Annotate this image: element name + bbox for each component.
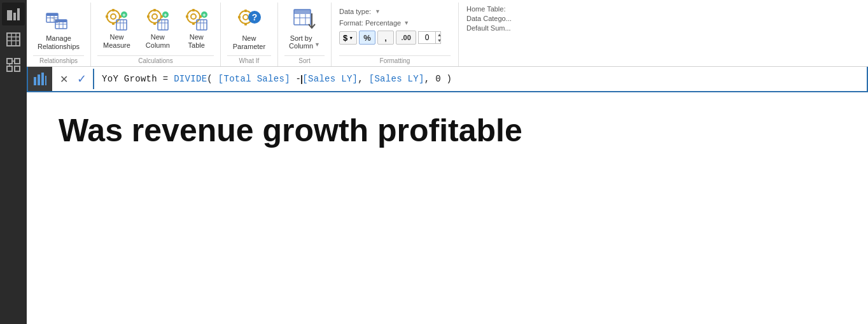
formula-actions: ✕ ✓: [52, 73, 93, 85]
formula-comma2: ,: [424, 74, 435, 84]
comma-button[interactable]: ,: [377, 31, 394, 45]
new-measure-button[interactable]: + New Measure: [97, 5, 136, 53]
svg-rect-51: [192, 9, 195, 11]
svg-rect-1: [13, 13, 16, 20]
decimal-input[interactable]: [419, 32, 435, 43]
new-measure-label: New Measure: [103, 33, 130, 50]
new-table-icon: +: [185, 8, 208, 31]
default-sum-row: Default Sum...: [466, 24, 540, 32]
calculations-group-label: Calculations: [97, 55, 214, 66]
formula-text-area[interactable]: YoY Growth = DIVIDE( [Total Sales] -[Sal…: [93, 69, 867, 89]
formula-arg3: [Sales LY]: [369, 74, 424, 84]
svg-text:+: +: [202, 12, 206, 18]
canvas-title: Was revenue growth profitable: [59, 111, 522, 150]
manage-relationships-icon: [46, 8, 71, 32]
cancel-formula-button[interactable]: ✕: [57, 73, 70, 85]
svg-rect-65: [238, 16, 241, 18]
svg-rect-41: [147, 15, 150, 18]
sort-group-label: Sort: [284, 55, 325, 66]
whatif-group-label: What If: [227, 55, 271, 66]
data-category-row: Data Catego...: [466, 15, 540, 22]
canvas-area: Was revenue growth profitable: [27, 92, 868, 324]
svg-rect-75: [34, 77, 36, 85]
table-icon: [6, 32, 20, 46]
sort-by-column-icon: [293, 8, 317, 32]
relationships-buttons: Manage Relationships: [33, 5, 84, 54]
new-column-button[interactable]: + New Column: [140, 5, 176, 53]
sort-by-column-label: Sort byColumn: [289, 34, 313, 50]
new-parameter-icon: ?: [237, 8, 261, 32]
format-buttons-row: $ ▼ % , .00: [339, 29, 451, 45]
svg-point-37: [148, 10, 161, 23]
percent-label: %: [363, 33, 371, 43]
svg-rect-78: [45, 76, 46, 85]
percent-button[interactable]: %: [359, 31, 375, 45]
formatting-group-label: Formatting: [339, 55, 451, 66]
confirm-formula-button[interactable]: ✓: [75, 73, 88, 85]
formula-func-part: DIVIDE: [174, 74, 207, 84]
sidebar-item-report[interactable]: [2, 3, 25, 25]
new-column-label: New Column: [146, 33, 170, 50]
sidebar-item-model[interactable]: [2, 53, 25, 76]
home-table-content: Home Table: Data Catego... Default Sum..…: [466, 5, 540, 66]
data-type-label: Data type:: [339, 8, 371, 15]
svg-rect-15: [46, 13, 58, 16]
svg-rect-70: [294, 10, 311, 14]
main-content: Manage Relationships Relationships: [27, 0, 868, 324]
svg-rect-77: [41, 73, 44, 85]
svg-point-62: [243, 15, 248, 20]
format-label: Format: Percentage: [339, 19, 401, 27]
svg-rect-53: [186, 15, 188, 18]
manage-relationships-label: Manage Relationships: [38, 34, 80, 51]
svg-rect-9: [15, 59, 20, 64]
svg-text:+: +: [164, 12, 167, 18]
svg-rect-40: [153, 22, 156, 25]
sidebar-item-table[interactable]: [2, 28, 25, 51]
dollar-button[interactable]: $ ▼: [339, 31, 357, 45]
svg-point-38: [152, 14, 157, 19]
ribbon-group-relationships: Manage Relationships Relationships: [27, 3, 91, 66]
svg-rect-10: [7, 66, 12, 71]
comma-label: ,: [384, 33, 387, 43]
ribbon-group-sort: Sort byColumn ▼ Sort: [278, 3, 332, 66]
decimal-spinner: ▲ ▼: [435, 32, 443, 43]
decimal-up-arrow[interactable]: ▲: [436, 32, 443, 38]
data-type-row: Data type: ▼: [339, 5, 451, 17]
calculations-buttons: + New Measure: [97, 5, 214, 54]
svg-point-50: [191, 14, 196, 19]
formula-comma1: ,: [358, 74, 368, 84]
manage-relationships-button[interactable]: Manage Relationships: [33, 5, 84, 54]
svg-rect-3: [7, 33, 20, 46]
formula-minus: -: [290, 74, 301, 84]
sort-by-column-button[interactable]: Sort byColumn ▼: [284, 5, 325, 53]
home-table-label: Home Table:: [466, 5, 506, 13]
new-column-icon: +: [146, 8, 169, 31]
svg-text:?: ?: [252, 12, 258, 22]
svg-rect-0: [7, 10, 12, 20]
format-row: Format: Percentage ▼: [339, 19, 451, 27]
format-dropdown-arrow[interactable]: ▼: [403, 20, 409, 26]
formula-name-part: YoY Growth =: [102, 74, 174, 84]
svg-rect-64: [244, 23, 247, 25]
formula-arg2: [Sales LY]: [302, 74, 358, 84]
new-parameter-label: New Parameter: [233, 34, 265, 51]
svg-text:+: +: [123, 12, 126, 18]
svg-rect-28: [112, 22, 115, 25]
decimal-input-box: ▲ ▼: [418, 31, 441, 44]
formula-arg4: 0: [435, 74, 441, 84]
formula-bar-icon: [28, 67, 52, 91]
new-table-button[interactable]: + New Table: [179, 5, 214, 53]
bar-chart-icon: [33, 72, 47, 86]
svg-point-25: [107, 10, 120, 23]
svg-rect-2: [17, 8, 20, 20]
default-sum-label: Default Sum...: [466, 24, 511, 32]
decimal-button[interactable]: .00: [396, 31, 416, 45]
data-category-label: Data Catego...: [466, 15, 512, 22]
formula-bar: ✕ ✓ YoY Growth = DIVIDE( [Total Sales] -…: [27, 67, 868, 92]
svg-rect-52: [192, 22, 195, 25]
svg-point-26: [111, 14, 116, 19]
new-parameter-button[interactable]: ? New Parameter: [227, 5, 271, 54]
decimal-down-arrow[interactable]: ▼: [436, 38, 443, 43]
svg-rect-29: [106, 15, 108, 18]
formula-space1: [213, 74, 218, 84]
